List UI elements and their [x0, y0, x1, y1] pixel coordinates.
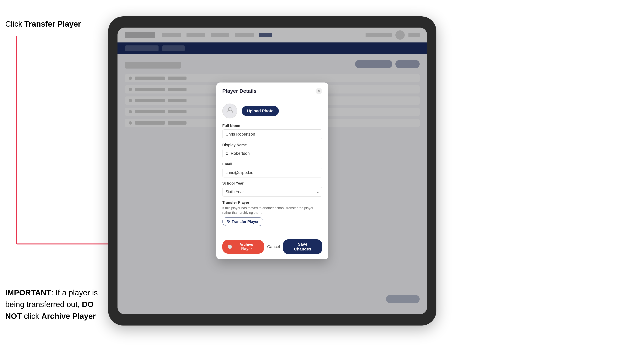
email-label: Email: [222, 162, 322, 166]
display-name-label: Display Name: [222, 143, 322, 147]
modal-close-button[interactable]: ×: [316, 88, 322, 94]
cancel-button[interactable]: Cancel: [267, 244, 280, 249]
school-year-label: School Year: [222, 181, 322, 185]
save-changes-button[interactable]: Save Changes: [283, 239, 322, 254]
full-name-group: Full Name: [222, 124, 322, 139]
email-input[interactable]: [222, 168, 322, 177]
archive-btn-label: Archive Player: [234, 242, 259, 251]
display-name-input[interactable]: [222, 149, 322, 158]
avatar-circle: [222, 104, 237, 118]
archive-player-button[interactable]: ⚪ Archive Player: [222, 240, 264, 254]
instruction-archive-player: Archive Player: [42, 312, 96, 321]
modal-footer: ⚪ Archive Player Cancel Save Changes: [216, 236, 328, 259]
transfer-btn-icon: ↻: [227, 219, 230, 224]
display-name-group: Display Name: [222, 143, 322, 158]
full-name-label: Full Name: [222, 124, 322, 128]
instruction-top: Click Transfer Player: [5, 19, 81, 30]
archive-icon: ⚪: [228, 244, 232, 249]
tablet-screen: Player Details ×: [118, 27, 427, 314]
school-year-group: School Year First Year Second Year Third…: [222, 181, 322, 197]
transfer-btn-label: Transfer Player: [232, 219, 259, 224]
instruction-important-label: IMPORTANT: [5, 288, 51, 297]
photo-section: Upload Photo: [222, 104, 322, 118]
transfer-section-description: If this player has moved to another scho…: [222, 206, 322, 215]
full-name-input[interactable]: [222, 129, 322, 139]
tablet-shell: Player Details ×: [108, 16, 436, 326]
modal-body: Upload Photo Full Name Display Name: [216, 98, 328, 236]
modal-overlay: Player Details ×: [118, 27, 427, 314]
email-group: Email: [222, 162, 322, 177]
instruction-top-bold: Transfer Player: [24, 19, 81, 28]
transfer-section-label: Transfer Player: [222, 200, 322, 205]
player-details-modal: Player Details ×: [216, 82, 328, 259]
transfer-section: Transfer Player If this player has moved…: [222, 200, 322, 226]
school-year-select-wrapper: First Year Second Year Third Year Fourth…: [222, 187, 322, 197]
user-avatar-icon: [226, 106, 234, 115]
modal-header: Player Details ×: [216, 82, 328, 98]
instruction-text-2: click: [22, 312, 42, 321]
modal-title: Player Details: [222, 88, 257, 94]
school-year-select[interactable]: First Year Second Year Third Year Fourth…: [222, 187, 322, 197]
transfer-player-button[interactable]: ↻ Transfer Player: [222, 217, 263, 226]
upload-photo-button[interactable]: Upload Photo: [242, 106, 279, 116]
instruction-top-prefix: Click: [5, 19, 24, 28]
instruction-bottom: IMPORTANT: If a player is being transfer…: [5, 287, 110, 322]
